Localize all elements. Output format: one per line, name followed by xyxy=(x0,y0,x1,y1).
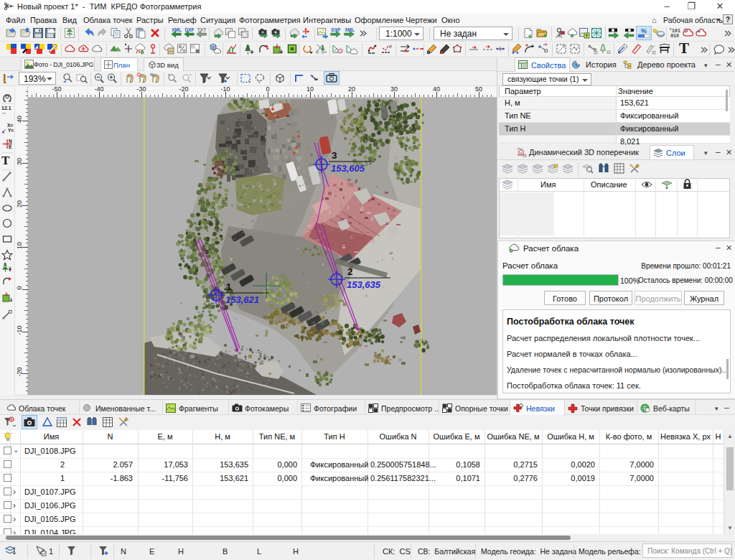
svg-text:Y=: Y= xyxy=(8,128,14,133)
svg-text:1: 1 xyxy=(138,73,140,77)
svg-text:010: 010 xyxy=(670,34,679,39)
svg-text:E: E xyxy=(9,144,12,149)
svg-text:153,621: 153,621 xyxy=(225,294,259,305)
svg-text:2: 2 xyxy=(347,266,353,277)
svg-text:1: 1 xyxy=(226,281,232,292)
svg-text:3: 3 xyxy=(332,150,337,161)
svg-text:%: % xyxy=(641,27,647,34)
svg-text:Пм: Пм xyxy=(518,148,523,151)
svg-text:XML: XML xyxy=(172,27,182,32)
svg-text:X=: X= xyxy=(7,123,13,128)
svg-text:153,635: 153,635 xyxy=(347,279,381,290)
svg-text:N: N xyxy=(9,139,12,144)
svg-text:°101: °101 xyxy=(669,28,680,34)
svg-text:A: A xyxy=(404,48,408,53)
svg-text:DXF: DXF xyxy=(332,27,341,32)
svg-text:TXT: TXT xyxy=(197,27,206,32)
svg-text:153,605: 153,605 xyxy=(331,163,365,174)
svg-text:DXF: DXF xyxy=(185,27,195,32)
svg-text:XML: XML xyxy=(345,27,355,32)
svg-text:N: N xyxy=(150,73,153,77)
